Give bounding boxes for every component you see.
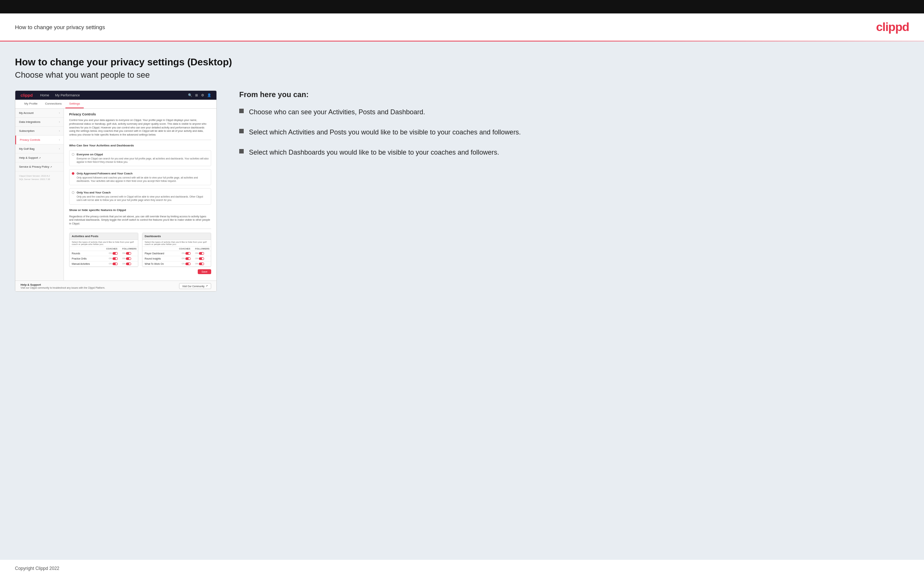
grid-icon[interactable]: ⊞ [195,93,198,97]
radio-label-followers: Only Approved Followers and Your Coach [77,172,208,175]
header: How to change your privacy settings clip… [0,13,924,41]
radio-everyone[interactable]: Everyone on Clippd Everyone on Clippd ca… [69,150,211,166]
what-to-work-follower-toggle[interactable]: ON [195,263,208,265]
player-dash-coach-switch[interactable] [186,252,191,255]
round-insights-follower-toggle[interactable]: ON [195,257,208,260]
toggle-round-insights-row: Round Insights ON ON [142,256,211,261]
top-bar [0,0,924,13]
drills-coach-switch[interactable] [113,257,118,260]
page-subtitle: Choose what you want people to see [15,70,909,80]
radio-desc-everyone: Everyone on Clippd can search for you an… [77,157,208,164]
chevron-icon: › [59,130,60,132]
settings-icon[interactable]: ⚙ [201,93,204,97]
sidebar-version: Clippd Client Version: 2022.8.2 SQL Serv… [15,171,63,184]
avatar-icon[interactable]: 👤 [207,93,211,97]
sidebar-item-data-integrations[interactable]: Data Integrations › [15,118,63,127]
app-mockup: clippd Home My Performance 🔍 ⊞ ⚙ 👤 My Pr… [15,90,217,292]
tab-connections[interactable]: Connections [42,100,65,108]
search-icon[interactable]: 🔍 [188,93,192,97]
player-dash-follower-toggle[interactable]: ON [195,252,208,255]
rounds-label: Rounds [72,252,109,255]
player-dash-follower-switch[interactable] [199,252,204,255]
followers-col-label: FOLLOWERS [122,248,136,250]
panel-description: Control how you and your data appears to… [69,118,211,140]
tab-my-profile[interactable]: My Profile [21,100,42,108]
dash-coaches-col-label: COACHES [178,248,191,250]
sidebar-item-account[interactable]: My Account › [15,109,63,118]
radio-desc-coach: Only you and the coaches you connect wit… [77,195,208,201]
dashboards-col-headers: COACHES FOLLOWERS [142,247,211,251]
player-dash-coach-toggle[interactable]: ON [182,252,195,255]
toggle-rounds-row: Rounds ON ON [69,251,138,256]
chevron-icon: › [59,112,60,114]
bullet-text-3: Select which Dashboards you would like t… [249,148,499,157]
manual-coach-toggle[interactable]: ON [109,263,122,265]
header-title: How to change your privacy settings [15,24,105,30]
nav-link-home[interactable]: Home [40,93,49,97]
sidebar-item-help[interactable]: Help & Support ↗ [15,153,63,163]
radio-label-everyone: Everyone on Clippd [77,153,208,156]
drills-follower-toggle[interactable]: ON [122,257,136,260]
rounds-follower-switch[interactable] [126,252,131,255]
activities-col-headers: COACHES FOLLOWERS [69,247,138,251]
content-row: clippd Home My Performance 🔍 ⊞ ⚙ 👤 My Pr… [15,90,909,292]
bullet-item-2: Select which Activities and Posts you wo… [239,127,909,137]
app-nav-logo: clippd [21,93,32,97]
drills-follower-switch[interactable] [126,257,131,260]
section-title-visibility: Who Can See Your Activities and Dashboar… [69,144,211,147]
sidebar-item-subscription[interactable]: Subscription › [15,127,63,135]
bullet-square-1 [239,109,244,113]
what-to-work-coach-toggle[interactable]: ON [182,263,195,265]
app-tabs: My Profile Connections Settings [15,100,216,109]
radio-circle-everyone [72,153,74,156]
manual-label: Manual Activities [72,263,109,265]
activities-table-desc: Select the types of activity that you'd … [69,240,138,247]
tab-settings[interactable]: Settings [65,100,84,108]
activities-table-title: Activities and Posts [69,233,138,240]
page-title: How to change your privacy settings (Des… [15,56,909,68]
rounds-coach-switch[interactable] [113,252,118,255]
bullet-item-3: Select which Dashboards you would like t… [239,148,909,157]
round-insights-coach-switch[interactable] [186,257,191,260]
manual-coach-switch[interactable] [113,263,118,265]
radio-followers[interactable]: Only Approved Followers and Your Coach O… [69,169,211,185]
sidebar-item-golf-bag[interactable]: My Golf Bag › [15,145,63,153]
visit-community-button[interactable]: Visit Our Community ↗ [179,283,211,289]
radio-coach-only[interactable]: Only You and Your Coach Only you and the… [69,188,211,204]
save-button[interactable]: Save [198,269,211,274]
logo: clippd [876,20,909,34]
app-sidebar: My Account › Data Integrations › Subscri… [15,109,64,280]
round-insights-follower-switch[interactable] [199,257,204,260]
panel-title: Privacy Controls [69,113,211,116]
toggle-what-to-work-row: What To Work On ON ON [142,261,211,267]
dashboards-table-desc: Select the types of activity that you'd … [142,240,211,247]
toggle-player-dash-row: Player Dashboard ON ON [142,251,211,256]
drills-coach-toggle[interactable]: ON [109,257,122,260]
rounds-follower-toggle[interactable]: ON [122,252,136,255]
app-nav-icons: 🔍 ⊞ ⚙ 👤 [188,93,211,97]
what-to-work-coach-switch[interactable] [186,263,191,265]
sidebar-item-service[interactable]: Service & Privacy Policy ↗ [15,163,63,171]
dashboards-table: Dashboards Select the types of activity … [142,233,211,267]
bullet-square-2 [239,129,244,133]
toggle-manual-row: Manual Activities ON ON [69,261,138,267]
bullet-list: Choose who can see your Activities, Post… [239,107,909,157]
toggle-tables-row: Activities and Posts Select the types of… [69,233,211,267]
app-panel: Privacy Controls Control how you and you… [64,109,216,280]
toggle-drills-row: Practice Drills ON ON [69,256,138,261]
app-body: My Account › Data Integrations › Subscri… [15,109,216,280]
right-panel: From here you can: Choose who can see yo… [232,90,909,157]
round-insights-label: Round Insights [145,257,182,260]
sidebar-item-privacy-controls[interactable]: Privacy Controls › [15,135,63,145]
player-dash-label: Player Dashboard [145,252,182,255]
rounds-coach-toggle[interactable]: ON [109,252,122,255]
manual-follower-switch[interactable] [126,263,131,265]
round-insights-coach-toggle[interactable]: ON [182,257,195,260]
manual-follower-toggle[interactable]: ON [122,263,136,265]
coaches-col-label: COACHES [105,248,118,250]
nav-link-performance[interactable]: My Performance [55,93,80,97]
what-to-work-follower-switch[interactable] [199,263,204,265]
bullet-square-3 [239,149,244,153]
activities-table: Activities and Posts Select the types of… [69,233,138,267]
show-hide-desc: Regardless of the privacy controls that … [69,215,211,229]
